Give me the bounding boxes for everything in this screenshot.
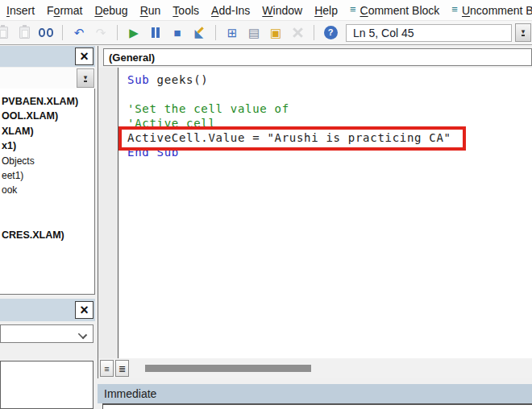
project-tree-item: [0, 213, 94, 227]
project-tree-item[interactable]: eet1): [0, 168, 94, 183]
toolbar-separator: [62, 25, 63, 40]
menu-item-label: Insert: [6, 4, 35, 17]
project-tree-item[interactable]: OOL.XLAM): [0, 109, 94, 123]
vba-editor-window: InsertFormatDebugRunToolsAdd-InsWindowHe…: [0, 0, 532, 409]
chevron-down-icon: ▾: [84, 75, 88, 82]
properties-titlebar: ×: [0, 299, 95, 321]
code-line: Sub geeks(): [127, 72, 451, 87]
toolbar-icons: ↶↷▶■◣⊞▤▣?: [0, 25, 338, 40]
toolbar-options-button[interactable]: ▾: [515, 23, 531, 42]
toolbar: ↶↷▶■◣⊞▤▣? Ln 5, Col 45 ▾: [0, 21, 532, 45]
project-dropdown-button[interactable]: ▾: [77, 68, 94, 88]
menu-item-label: Help: [314, 4, 338, 17]
code-editor[interactable]: Sub geeks()'Set the cell value of'Active…: [98, 68, 532, 358]
code-window-header: (General): [98, 46, 532, 68]
menu-item-label: Window: [262, 4, 302, 17]
project-explorer-toolbar: ▾: [0, 68, 95, 89]
find-icon: [39, 27, 53, 38]
run-icon: ▶: [129, 27, 139, 39]
design-mode-icon: ◣: [195, 27, 204, 39]
procedure-view-button[interactable]: ≡: [100, 360, 114, 377]
menu-comment-block[interactable]: ≡Comment Block: [350, 4, 439, 17]
menu-item-label: Format: [47, 4, 82, 17]
menu-format[interactable]: Format: [47, 4, 82, 17]
object-dropdown[interactable]: (General): [103, 48, 532, 66]
horizontal-scrollbar-thumb[interactable]: [145, 365, 311, 372]
menu-item-label: Add-Ins: [211, 4, 250, 17]
menu-window[interactable]: Window: [262, 4, 302, 17]
toolbar-separator: [215, 25, 216, 40]
properties-window-icon: ▤: [248, 27, 260, 39]
full-module-view-button[interactable]: ≣: [115, 360, 129, 377]
copy-icon: [0, 27, 8, 39]
chevron-down-icon: [78, 330, 87, 339]
code-line: 'Set the cell value of: [127, 101, 451, 116]
highlight-annotation-box: [118, 126, 466, 151]
margin-indicator-bar: [98, 68, 118, 358]
chevron-down-icon: ▾: [522, 29, 526, 36]
close-icon: ×: [80, 49, 89, 64]
menu-run[interactable]: Run: [140, 4, 161, 17]
code-window-bottom-bar: ≡ ≣: [98, 358, 532, 378]
properties-list[interactable]: [0, 361, 94, 409]
toolbar-separator: [117, 25, 118, 40]
menu-add-ins[interactable]: Add-Ins: [211, 4, 250, 17]
menu-item-label: Debug: [94, 4, 127, 17]
project-explorer-titlebar: ×: [0, 46, 95, 67]
comment-block-icon: ≡: [350, 3, 356, 15]
line-col-indicator: Ln 5, Col 45: [346, 24, 512, 42]
project-tree-item[interactable]: CRES.XLAM): [0, 228, 94, 242]
uncomment-block-icon: ≡: [451, 3, 458, 15]
immediate-window-titlebar: Immediate: [98, 384, 532, 403]
menu-help[interactable]: Help: [314, 4, 338, 17]
object-dropdown-value: (General): [109, 52, 155, 64]
immediate-window-title: Immediate: [104, 387, 156, 400]
redo-icon: ↷: [96, 27, 106, 39]
horizontal-scrollbar[interactable]: [132, 358, 532, 378]
reset-icon: ■: [173, 27, 181, 39]
undo-icon: ↶: [74, 27, 85, 39]
break-icon: [151, 27, 160, 38]
close-icon: ×: [80, 303, 89, 317]
object-browser-icon: ▣: [270, 27, 281, 39]
menu-uncomment-blo[interactable]: ≡Uncomment Blo: [451, 4, 532, 17]
code-line: [127, 87, 451, 101]
menu-insert[interactable]: Insert: [6, 4, 35, 17]
menu-tools[interactable]: Tools: [172, 4, 199, 17]
paste-icon: [19, 27, 30, 39]
menu-item-label: Comment Block: [360, 4, 440, 17]
menu-item-label: Run: [140, 4, 161, 17]
toolbar-separator: [314, 25, 314, 40]
project-tree-item: [0, 198, 94, 213]
toolbox-icon: [292, 27, 304, 39]
project-tree-item[interactable]: XLAM): [0, 124, 94, 138]
properties-object-dropdown[interactable]: [0, 324, 94, 343]
help-icon: ?: [324, 26, 338, 39]
project-tree-item[interactable]: ook: [0, 183, 94, 197]
menu-item-label: Uncomment Blo: [462, 4, 532, 17]
project-explorer-icon: ⊞: [227, 27, 238, 39]
menu-item-label: Tools: [172, 4, 199, 17]
properties-close-button[interactable]: ×: [75, 301, 94, 319]
menu-debug[interactable]: Debug: [94, 4, 127, 17]
project-tree-item[interactable]: Objects: [0, 154, 94, 168]
project-explorer-close-button[interactable]: ×: [75, 48, 94, 65]
project-tree-item[interactable]: PVBAEN.XLAM): [0, 94, 94, 109]
immediate-window-content[interactable]: [102, 403, 532, 409]
menu-bar: InsertFormatDebugRunToolsAdd-InsWindowHe…: [0, 0, 532, 21]
project-tree-item[interactable]: x1): [0, 138, 94, 153]
project-tree: PVBAEN.XLAM)OOL.XLAM)XLAM)x1)Objectseet1…: [0, 89, 95, 295]
